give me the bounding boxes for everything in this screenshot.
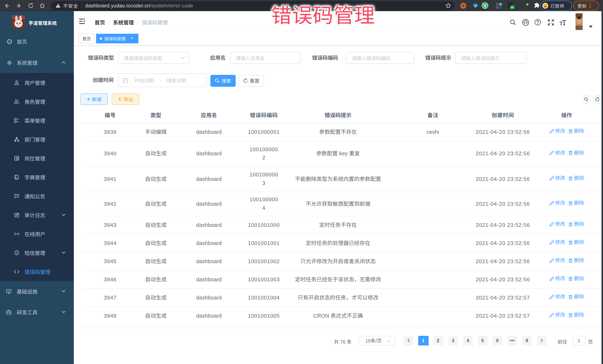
svg-text:on: on (511, 6, 514, 9)
